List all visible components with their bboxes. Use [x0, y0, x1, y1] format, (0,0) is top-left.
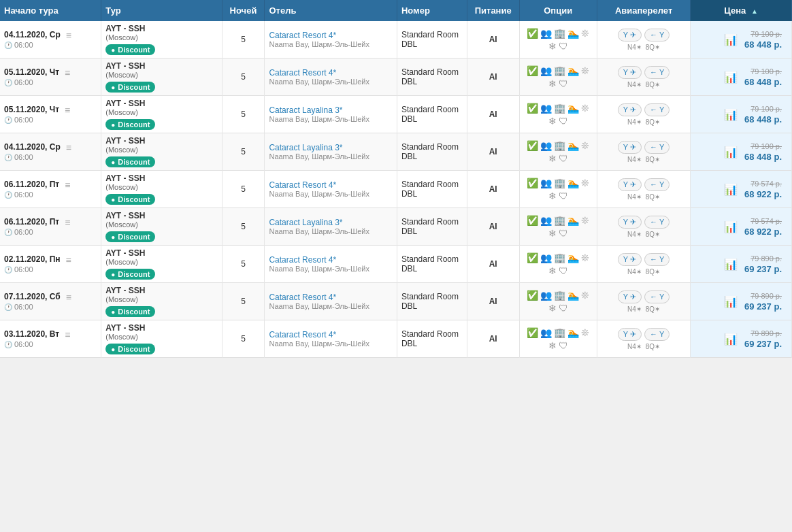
hotel-link[interactable]: Cataract Resort 4* — [269, 31, 336, 40]
price-chart-btn[interactable]: 📊 — [724, 33, 738, 46]
flight-code-out: N4✶ — [627, 268, 642, 276]
date-text: 05.11.2020, Чт — [4, 105, 59, 114]
nights-value: 5 — [241, 72, 246, 82]
header-date: Начало тура — [0, 0, 101, 21]
hotel-link[interactable]: Cataract Layalina 3* — [269, 143, 342, 152]
list-icon[interactable]: ≡ — [65, 105, 70, 116]
cell-room: Standard Room DBL — [397, 133, 467, 171]
snowflake-icon: ❄ — [548, 78, 557, 89]
discount-badge[interactable]: ● Discount — [105, 82, 155, 93]
tour-city: (Moscow) — [105, 183, 217, 191]
flight-options: Y ✈ ← Y N4✶ 8Q✶ — [601, 103, 686, 126]
cell-price: 📊 79 574 р. 68 922 р. — [691, 208, 792, 246]
hotel-link[interactable]: Cataract Resort 4* — [269, 330, 336, 339]
discount-badge[interactable]: ● Discount — [105, 44, 155, 55]
table-row: 06.11.2020, Пт 🕐 06:00 ≡ AYT - SSH (Mosc… — [0, 208, 792, 246]
list-icon[interactable]: ≡ — [66, 254, 71, 265]
price-values: 79 100 р. 68 448 р. — [744, 30, 787, 50]
flight-return-btn[interactable]: ← Y — [644, 253, 670, 266]
flight-return-btn[interactable]: ← Y — [644, 29, 670, 41]
flight-return-btn[interactable]: ← Y — [644, 103, 670, 116]
discount-icon: ● — [111, 233, 115, 241]
flight-code-ret: 8Q✶ — [646, 44, 660, 51]
results-table: Начало тура Тур Ночей Отель Номер Питани… — [0, 0, 792, 358]
hotel-link[interactable]: Cataract Resort 4* — [269, 180, 336, 190]
flight-outbound-btn[interactable]: Y ✈ — [618, 328, 642, 341]
price-chart-btn[interactable]: 📊 — [724, 183, 738, 196]
options-icons: ✅ 👥 🏢 🏊 ❊ ❄ 🛡 — [524, 28, 593, 52]
discount-badge[interactable]: ● Discount — [105, 306, 155, 317]
food-type: AI — [489, 259, 497, 269]
people-icon: 👥 — [540, 290, 552, 301]
hotel-link[interactable]: Cataract Resort 4* — [269, 68, 336, 78]
price-chart-btn[interactable]: 📊 — [724, 295, 738, 308]
price-chart-btn[interactable]: 📊 — [724, 258, 738, 271]
tour-city: (Moscow) — [105, 333, 217, 341]
flight-code-out: N4✶ — [627, 118, 642, 126]
flight-options: Y ✈ ← Y N4✶ 8Q✶ — [601, 178, 686, 201]
cell-food: AI — [467, 246, 519, 283]
discount-badge[interactable]: ● Discount — [105, 231, 155, 242]
table-row: 06.11.2020, Пт 🕐 06:00 ≡ AYT - SSH (Mosc… — [0, 171, 792, 208]
header-price[interactable]: Цена ▲ — [691, 0, 792, 21]
list-icon[interactable]: ≡ — [66, 292, 71, 303]
hotel-link[interactable]: Cataract Resort 4* — [269, 293, 336, 302]
price-chart-btn[interactable]: 📊 — [724, 333, 738, 346]
discount-badge[interactable]: ● Discount — [105, 156, 155, 167]
flight-return-btn[interactable]: ← Y — [644, 66, 670, 79]
price-chart-btn[interactable]: 📊 — [724, 71, 738, 84]
flight-return-btn[interactable]: ← Y — [644, 141, 670, 154]
flight-outbound-btn[interactable]: Y ✈ — [618, 290, 642, 303]
options-icons: ✅ 👥 🏢 🏊 ❊ ❄ 🛡 — [524, 140, 593, 164]
flight-return-btn[interactable]: ← Y — [644, 178, 670, 191]
swim-icon: 🏊 — [567, 327, 579, 338]
discount-badge[interactable]: ● Discount — [105, 344, 155, 354]
price-chart-btn[interactable]: 📊 — [724, 220, 738, 233]
date-time: 🕐 06:00 — [4, 190, 59, 199]
shield-icon: 🛡 — [559, 303, 568, 314]
snowflake-icon: ❄ — [548, 190, 557, 201]
discount-badge[interactable]: ● Discount — [105, 269, 155, 280]
flight-return-btn[interactable]: ← Y — [644, 328, 670, 341]
plane-left-icon: ← Y — [650, 255, 664, 263]
date-text: 04.11.2020, Ср — [4, 30, 61, 39]
table-header-row: Начало тура Тур Ночей Отель Номер Питани… — [0, 0, 792, 21]
cell-tour: AYT - SSH (Moscow) ● Discount — [101, 96, 222, 133]
flight-outbound-btn[interactable]: Y ✈ — [618, 66, 642, 79]
list-icon[interactable]: ≡ — [65, 67, 70, 78]
list-icon[interactable]: ≡ — [65, 180, 70, 190]
cell-room: Standard Room DBL — [397, 208, 467, 246]
hotel-link[interactable]: Cataract Layalina 3* — [269, 105, 342, 115]
flight-outbound-btn[interactable]: Y ✈ — [618, 29, 642, 41]
discount-badge[interactable]: ● Discount — [105, 119, 155, 130]
flight-outbound-btn[interactable]: Y ✈ — [618, 216, 642, 229]
flight-code-out: N4✶ — [627, 343, 642, 350]
flight-outbound-btn[interactable]: Y ✈ — [618, 253, 642, 266]
cell-price: 📊 79 890 р. 69 237 р. — [691, 320, 792, 358]
date-time: 🕐 06:00 — [4, 228, 59, 236]
list-icon[interactable]: ≡ — [65, 329, 70, 340]
list-icon[interactable]: ≡ — [66, 30, 71, 41]
hotel-location: Naama Bay, Шарм-Эль-Шейх — [269, 40, 392, 48]
flight-return-btn[interactable]: ← Y — [644, 290, 670, 303]
tour-route: AYT - SSH — [105, 286, 217, 295]
hotel-link[interactable]: Cataract Layalina 3* — [269, 218, 342, 227]
list-icon[interactable]: ≡ — [66, 142, 71, 153]
hotel-link[interactable]: Cataract Resort 4* — [269, 255, 336, 265]
options-icons: ✅ 👥 🏢 🏊 ❊ ❄ 🛡 — [524, 252, 593, 276]
plane-right-icon: Y ✈ — [623, 143, 636, 152]
flight-info: N4✶ 8Q✶ — [627, 268, 660, 276]
price-chart-btn[interactable]: 📊 — [724, 108, 738, 121]
cell-nights: 5 — [222, 96, 265, 133]
cell-food: AI — [467, 96, 519, 133]
discount-badge[interactable]: ● Discount — [105, 194, 155, 205]
flight-outbound-btn[interactable]: Y ✈ — [618, 141, 642, 154]
flight-return-btn[interactable]: ← Y — [644, 216, 670, 229]
flight-outbound-btn[interactable]: Y ✈ — [618, 178, 642, 191]
cell-date: 05.11.2020, Чт 🕐 06:00 ≡ — [0, 96, 101, 133]
price-chart-btn[interactable]: 📊 — [724, 146, 738, 159]
list-icon[interactable]: ≡ — [65, 217, 70, 228]
room-type: Standard Room DBL — [401, 217, 459, 236]
flight-outbound-btn[interactable]: Y ✈ — [618, 103, 642, 116]
room-type: Standard Room DBL — [401, 329, 459, 348]
